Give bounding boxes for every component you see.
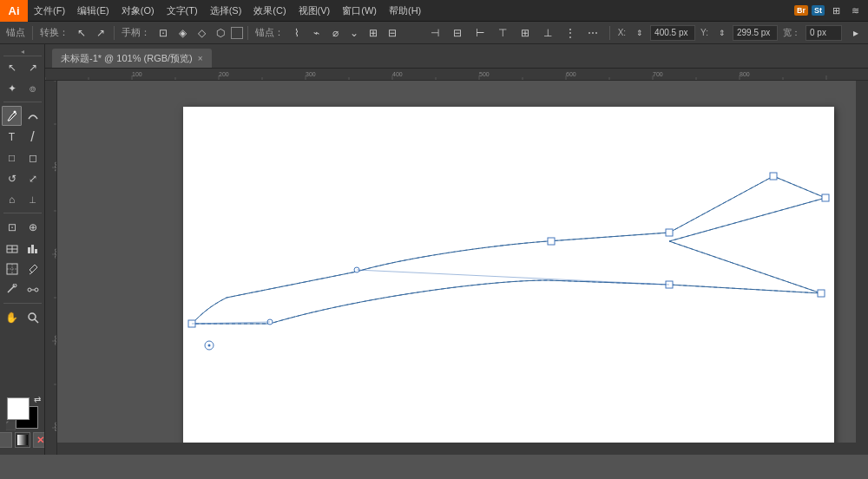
align-center-icon[interactable]: ⊟ — [449, 24, 466, 42]
menu-object[interactable]: 对象(O) — [115, 0, 161, 21]
line-tool[interactable]: / — [23, 127, 43, 147]
anchor-top-mid[interactable] — [666, 229, 673, 236]
handle-icon-3[interactable]: ◇ — [193, 24, 210, 42]
handle-icon-1[interactable]: ⊡ — [155, 24, 172, 42]
slice-tool[interactable] — [2, 259, 22, 279]
mode-row: ✕ — [0, 432, 45, 448]
menu-file[interactable]: 文件(F) — [28, 0, 71, 21]
transform-icon-2[interactable]: ↗ — [92, 24, 109, 42]
grid-icon[interactable]: ⊞ — [828, 3, 844, 18]
x-label: X: — [618, 28, 626, 37]
anchor-arrow-tip[interactable] — [822, 194, 829, 201]
free-transform-tool[interactable]: ⊡ — [2, 217, 22, 237]
anchor-icon-6[interactable]: ⊟ — [384, 24, 401, 42]
color-swap-icon[interactable]: ⇄ — [34, 395, 41, 404]
scale-tool[interactable]: ⤢ — [23, 168, 43, 188]
zoom-tool[interactable] — [23, 307, 43, 327]
shape-builder-tool[interactable]: ⊕ — [23, 217, 43, 237]
width-tool[interactable]: ⟂ — [23, 189, 43, 209]
svg-point-0 — [13, 110, 16, 113]
align-middle-icon[interactable]: ⊞ — [516, 24, 534, 42]
tool-row-1: ↖ ↗ — [2, 57, 43, 77]
anchor-mid-right[interactable] — [818, 290, 825, 297]
path-shape-group — [188, 173, 829, 350]
anchor-icon-3[interactable]: ⌀ — [326, 24, 344, 42]
anchor-mid-upper[interactable] — [548, 238, 555, 245]
tool-row-4: T / — [2, 127, 43, 147]
x-value[interactable]: 400.5 px — [650, 25, 695, 41]
more-options-icon[interactable]: ▸ — [847, 24, 865, 42]
selection-tool[interactable]: ↖ — [2, 57, 22, 77]
tab-row: 未标题-1* @ 101% (RGB/预览) × — [45, 44, 868, 69]
none-mode-icon[interactable]: ✕ — [33, 432, 46, 448]
y-arrows-icon: ⇕ — [713, 24, 731, 42]
y-label: Y: — [700, 28, 708, 37]
rectangle-tool[interactable]: □ — [2, 148, 22, 167]
document-tab-close[interactable]: × — [198, 54, 203, 63]
pen-tool[interactable] — [2, 106, 22, 126]
canvas-area[interactable]: 未标题-1* @ 101% (RGB/预览) × — [45, 44, 868, 455]
svg-text:400: 400 — [392, 71, 403, 77]
svg-text:500: 500 — [479, 71, 490, 77]
lasso-tool[interactable]: ⌾ — [23, 78, 43, 98]
svg-text:700: 700 — [653, 71, 663, 77]
eyedropper-tool[interactable] — [23, 259, 43, 279]
transform-icon-1[interactable]: ↖ — [73, 24, 90, 42]
align-bottom-icon[interactable]: ⊥ — [539, 24, 556, 42]
ruler-marker: ◂ — [3, 48, 42, 56]
tool-row-11 — [2, 279, 43, 299]
anchor-icon-2[interactable]: ⌁ — [307, 24, 325, 42]
curvature-tool[interactable] — [23, 106, 43, 126]
blend-tool[interactable] — [23, 279, 43, 299]
column-chart-tool[interactable] — [23, 238, 43, 258]
align-right-icon[interactable]: ⊢ — [471, 24, 489, 42]
menu-effect[interactable]: 效果(C) — [247, 0, 292, 21]
hand-tool[interactable]: ✋ — [2, 307, 22, 327]
menu-edit[interactable]: 编辑(E) — [71, 0, 115, 21]
anchor-icon-5[interactable]: ⊞ — [365, 24, 382, 42]
color-reset-icon[interactable]: ⬛ — [5, 421, 16, 430]
vertical-scrollbar[interactable] — [856, 81, 868, 443]
menu-view[interactable]: 视图(V) — [293, 0, 337, 21]
align-top-icon[interactable]: ⊤ — [494, 24, 511, 42]
eraser-tool[interactable]: ◻ — [23, 148, 43, 167]
svg-line-10 — [30, 272, 32, 274]
menu-window[interactable]: 窗口(W) — [336, 0, 383, 21]
align-left-icon[interactable]: ⊣ — [426, 24, 444, 42]
direct-selection-tool[interactable]: ↗ — [23, 57, 43, 77]
perspective-grid-tool[interactable] — [2, 238, 22, 258]
br-badge[interactable]: Br — [794, 5, 808, 16]
rotate-tool[interactable]: ↺ — [2, 168, 22, 188]
dist-h-icon[interactable]: ⋯ — [584, 24, 602, 42]
scrollbar-corner — [856, 443, 868, 455]
magic-wand-tool[interactable]: ✦ — [2, 78, 22, 98]
anchor-icon-4[interactable]: ⌄ — [345, 24, 363, 42]
type-tool[interactable]: T — [2, 127, 22, 147]
anchor-top-right[interactable] — [770, 173, 777, 180]
horizontal-scrollbar[interactable] — [57, 443, 856, 455]
w-value[interactable]: 0 px — [806, 25, 842, 41]
color-area: ⬛ ⇄ ✕ — [0, 397, 45, 451]
tool-row-3 — [2, 106, 43, 126]
y-value[interactable]: 299.5 px — [733, 25, 778, 41]
color-mode-icon[interactable] — [0, 432, 12, 448]
anchor-icon-1[interactable]: ⌇ — [288, 24, 306, 42]
transform-label: 转换： — [37, 26, 71, 39]
opt-separator-2 — [114, 26, 115, 40]
w-label: 宽： — [783, 27, 800, 39]
measure-tool[interactable] — [2, 279, 22, 299]
anchor-label: 锚点 — [3, 26, 28, 39]
st-badge[interactable]: St — [812, 5, 825, 16]
dist-v-icon[interactable]: ⋮ — [562, 24, 579, 42]
handle-icon-4[interactable]: ⬡ — [212, 24, 229, 42]
warp-tool[interactable]: ⌂ — [2, 189, 22, 209]
menu-select[interactable]: 选择(S) — [204, 0, 248, 21]
tool-row-12: ✋ — [2, 307, 43, 327]
document-tab[interactable]: 未标题-1* @ 101% (RGB/预览) × — [52, 49, 212, 68]
menu-help[interactable]: 帮助(H) — [383, 0, 427, 21]
svg-text:600: 600 — [566, 71, 576, 77]
handle-icon-2[interactable]: ◈ — [174, 24, 191, 42]
gradient-mode-icon[interactable] — [15, 432, 30, 448]
menu-type[interactable]: 文字(T) — [161, 0, 204, 21]
foreground-color-swatch[interactable] — [7, 397, 30, 420]
